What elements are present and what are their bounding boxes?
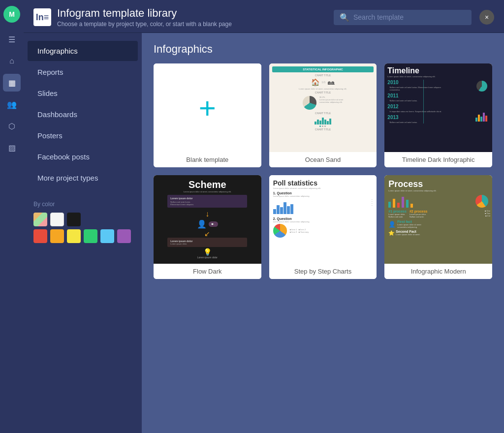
home-icon[interactable]: ⌂ xyxy=(3,52,21,70)
color-swatches-row1 xyxy=(33,213,132,226)
header: In≡ Infogram template library Choose a t… xyxy=(24,0,504,33)
template-flow-dark[interactable]: Scheme Lorem ipsum dolor sit amet, conse… xyxy=(154,175,261,279)
color-swatch-white[interactable] xyxy=(50,213,64,226)
modern-thumb: Process Lorem ipsum dolor sit amet, cons… xyxy=(384,175,492,264)
color-swatch-purple[interactable] xyxy=(117,229,131,243)
image-icon[interactable]: ▨ xyxy=(3,139,21,156)
color-swatches-row2 xyxy=(33,229,132,243)
flow-dark-thumb: Scheme Lorem ipsum dolor sit amet, conse… xyxy=(154,175,261,264)
template-name-step-charts: Step by Step Charts xyxy=(269,264,377,279)
template-modern[interactable]: Process Lorem ipsum dolor sit amet, cons… xyxy=(384,175,492,279)
users-icon[interactable]: 👥 xyxy=(3,95,21,113)
step-charts-thumb: Poll statistics Lorem ipsum dolor sit am… xyxy=(269,175,377,264)
template-blank[interactable]: + Blank template xyxy=(154,63,261,167)
section-title: Infographics xyxy=(154,43,492,56)
color-swatch-blue[interactable] xyxy=(100,229,114,243)
plus-icon: + xyxy=(199,91,216,125)
sidebar-item-dashboards[interactable]: Dashboards xyxy=(28,104,138,124)
app-subtitle: Choose a template by project type, color… xyxy=(57,21,232,28)
header-left: In≡ Infogram template library Choose a t… xyxy=(33,7,232,28)
color-swatch-gradient[interactable] xyxy=(33,213,47,226)
menu-icon[interactable]: ☰ xyxy=(3,31,21,48)
ocean-sand-thumb: STATISTICAL INFOGRAPHIC CHART TITLE 🏠 1/… xyxy=(269,63,377,152)
sidebar-item-more-project-types[interactable]: More project types xyxy=(28,168,138,188)
search-input[interactable] xyxy=(353,13,466,21)
templates-area: Infographics + Blank template STATISTICA… xyxy=(142,33,504,433)
template-name-ocean-sand: Ocean Sand xyxy=(269,152,377,167)
header-title-area: Infogram template library Choose a templ… xyxy=(57,7,232,28)
template-name-blank: Blank template xyxy=(154,152,261,167)
cube-icon[interactable]: ⬡ xyxy=(3,117,21,135)
chart-icon[interactable]: ▦ xyxy=(3,74,21,92)
category-sidebar: Infographics Reports Slides Dashboards P… xyxy=(24,33,142,433)
sidebar-icons: M ☰ ⌂ ▦ 👥 ⬡ ▨ xyxy=(0,0,24,433)
template-name-modern: Infographic Modern xyxy=(384,264,492,279)
sidebar-item-reports[interactable]: Reports xyxy=(28,62,138,82)
sidebar-item-facebook-posts[interactable]: Facebook posts xyxy=(28,147,138,167)
sidebar-item-infographics[interactable]: Infographics xyxy=(28,41,138,61)
sidebar-item-posters[interactable]: Posters xyxy=(28,125,138,146)
color-section: By color xyxy=(24,193,142,254)
header-right: 🔍 × xyxy=(334,10,494,25)
color-swatch-yellow[interactable] xyxy=(67,229,81,243)
template-name-flow-dark: Flow Dark xyxy=(154,264,261,279)
color-label: By color xyxy=(33,201,132,208)
logo: In≡ xyxy=(33,8,51,26)
main-area: In≡ Infogram template library Choose a t… xyxy=(24,0,504,433)
templates-grid: + Blank template STATISTICAL INFOGRAPHIC… xyxy=(154,63,492,279)
color-swatch-black[interactable] xyxy=(67,213,81,226)
template-step-charts[interactable]: Poll statistics Lorem ipsum dolor sit am… xyxy=(269,175,377,279)
avatar[interactable]: M xyxy=(3,6,20,23)
app-title: Infogram template library xyxy=(57,7,232,20)
content-row: Infographics Reports Slides Dashboards P… xyxy=(24,33,504,433)
timeline-dark-thumb: Timeline Lorem ipsum dolor sit amet, con… xyxy=(384,63,492,152)
color-swatch-orange[interactable] xyxy=(50,229,64,243)
template-timeline-dark[interactable]: Timeline Lorem ipsum dolor sit amet, con… xyxy=(384,63,492,167)
color-swatch-red[interactable] xyxy=(33,229,47,243)
close-button[interactable]: × xyxy=(479,10,494,25)
sidebar-item-slides[interactable]: Slides xyxy=(28,83,138,103)
search-icon: 🔍 xyxy=(340,13,349,22)
blank-thumb: + xyxy=(154,63,261,152)
search-bar[interactable]: 🔍 xyxy=(334,10,472,25)
color-swatch-green[interactable] xyxy=(84,229,97,243)
template-name-timeline-dark: Timeline Dark Infographic xyxy=(384,152,492,167)
template-ocean-sand[interactable]: STATISTICAL INFOGRAPHIC CHART TITLE 🏠 1/… xyxy=(269,63,377,167)
